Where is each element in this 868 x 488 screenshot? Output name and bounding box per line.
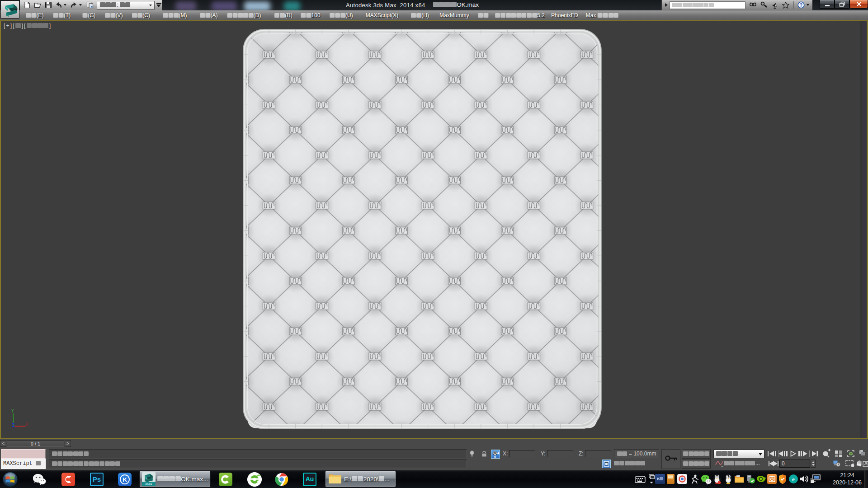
svg-text:e: e xyxy=(792,476,795,483)
svg-text:Y: Y xyxy=(11,408,14,413)
svg-text:max: max xyxy=(145,482,152,486)
svg-text:?: ? xyxy=(800,2,802,8)
svg-text:X: X xyxy=(26,421,28,426)
svg-text:K: K xyxy=(123,476,127,483)
